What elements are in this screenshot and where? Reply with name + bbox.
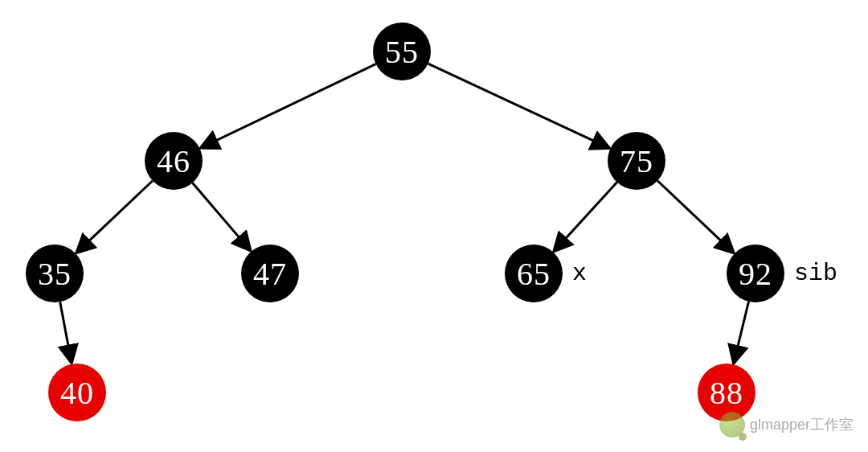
tree-node-92: 92 — [727, 244, 784, 302]
tree-edge — [428, 64, 609, 148]
node-annotation-x: x — [572, 260, 587, 287]
tree-edge — [192, 183, 250, 250]
node-annotation-sib: sib — [794, 260, 837, 287]
tree-node-46: 46 — [145, 132, 203, 190]
node-value: 55 — [385, 33, 419, 71]
tree-node-75: 75 — [608, 132, 665, 190]
tree-edge — [60, 302, 72, 362]
node-value: 35 — [38, 255, 72, 293]
tree-edge — [555, 183, 617, 251]
watermark-text: glmapper工作室 — [750, 415, 854, 434]
tree-diagram: 554675354765x92sib4088 glmapper工作室 — [0, 0, 868, 452]
tree-node-47: 47 — [241, 244, 299, 302]
wechat-icon — [719, 412, 745, 438]
tree-edge — [734, 302, 749, 363]
node-value: 92 — [739, 255, 772, 293]
watermark: glmapper工作室 — [719, 412, 854, 438]
node-value: 88 — [710, 374, 743, 412]
node-value: 75 — [620, 142, 653, 180]
node-value: 47 — [253, 255, 287, 293]
node-value: 65 — [517, 255, 551, 293]
tree-edge — [201, 64, 375, 148]
tree-node-35: 35 — [26, 244, 84, 302]
node-value: 46 — [157, 142, 190, 180]
node-value: 40 — [60, 374, 94, 412]
tree-node-65: 65 — [505, 244, 563, 302]
tree-node-55: 55 — [373, 23, 431, 80]
tree-edge — [77, 181, 153, 253]
tree-edge — [657, 181, 733, 253]
tree-node-40: 40 — [48, 364, 106, 421]
